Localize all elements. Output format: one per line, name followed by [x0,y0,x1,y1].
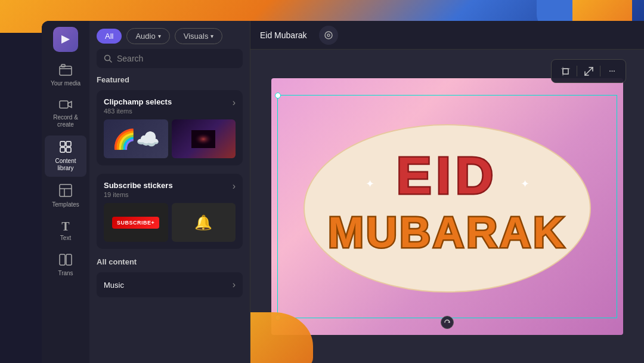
svg-rect-0 [60,66,72,75]
filter-audio-label: Audio [135,32,155,41]
svg-rect-7 [60,184,72,196]
project-title: Eid Mubarak [260,30,307,40]
record-create-icon [59,99,72,112]
music-row[interactable]: Music › [97,272,243,297]
sidebar-item-content-library[interactable]: Content library [45,136,86,177]
svg-rect-9 [66,254,72,265]
all-content-title: All content [97,257,243,266]
search-input[interactable] [117,54,236,63]
filter-all-button[interactable]: All [97,29,122,44]
search-bar [97,49,243,68]
svg-rect-4 [66,141,71,146]
sidebar-item-label: Trans [58,270,73,277]
canvas-area[interactable]: ✦ ✦ EID MUBARAK [250,50,644,363]
toolbar-divider [577,66,577,76]
sidebar-item-label: Templates [52,201,79,208]
sidebar-item-label: Content library [55,158,76,172]
card-title: Clipchamp selects [104,97,172,106]
text-icon: T [61,220,69,232]
sidebar-item-your-media[interactable]: Your media [45,59,86,92]
filter-visuals-label: Visuals [184,32,209,41]
rainbow-emoji: 🌈☁️ [112,128,160,150]
app-logo [53,27,78,52]
svg-point-14 [327,34,330,36]
svg-text:✦: ✦ [521,178,530,190]
transitions-icon [59,254,72,267]
crop-tool[interactable] [556,63,574,79]
card-header: Subscribe stickers 19 items › [104,181,236,198]
thumbnail-bell: 🔔 [172,203,236,242]
sidebar-item-label: Record & create [53,114,78,128]
app-container: Your media Record & create Content l [42,21,644,363]
subscribe-badge: SUBSCRIBE+ [112,217,159,229]
sidebar-item-label: Text [60,235,71,242]
svg-point-13 [325,32,332,39]
card-thumbnails: SUBSCRIBE+ 🔔 [104,203,236,242]
sidebar-item-templates[interactable]: Templates [45,179,86,213]
toolbar-divider [600,66,600,76]
card-subtitle: 19 items [104,191,173,198]
resize-tool[interactable] [580,63,597,79]
card-thumbnails: 🌈☁️ [104,119,236,158]
chevron-down-icon: ▾ [158,33,161,39]
sidebar-item-text[interactable]: T Text [45,216,86,247]
bell-emoji: 🔔 [194,214,212,231]
card-arrow-icon: › [233,97,236,108]
eid-mubarak-svg: ✦ ✦ EID MUBARAK [292,116,602,295]
music-arrow-icon: › [233,279,236,290]
thumbnail-subscribe: SUBSCRIBE+ [104,203,168,242]
sidebar-item-transitions[interactable]: Trans [45,249,86,282]
music-label: Music [104,281,124,290]
svg-point-12 [194,133,212,145]
clipchamp-selects-card[interactable]: Clipchamp selects 483 items › 🌈☁️ [97,90,243,165]
thumbnail-rainbow: 🌈☁️ [104,119,168,158]
eid-canvas[interactable]: ✦ ✦ EID MUBARAK [271,78,623,335]
rotate-handle[interactable] [441,316,454,329]
svg-rect-5 [60,147,65,152]
search-icon [104,54,112,63]
svg-text:EID: EID [397,146,499,205]
templates-icon [59,184,72,199]
svg-rect-20 [563,69,568,74]
svg-text:MUBARAK: MUBARAK [328,208,566,256]
card-header: Clipchamp selects 483 items › [104,97,236,115]
svg-point-10 [105,56,110,61]
filter-bar: All Audio ▾ Visuals ▾ [89,21,250,49]
more-options-tool[interactable]: ··· [603,63,621,79]
card-arrow-icon: › [233,181,236,192]
float-toolbar: ··· [551,59,626,83]
svg-rect-6 [66,147,71,152]
sidebar-item-record-create[interactable]: Record & create [45,94,86,133]
svg-rect-2 [60,101,68,108]
card-info: Subscribe stickers 19 items [104,181,173,198]
handle-top-left[interactable] [275,93,281,99]
your-media-icon [59,64,72,78]
sidebar-item-label: Your media [51,80,80,87]
icon-sidebar: Your media Record & create Content l [42,21,89,363]
card-title: Subscribe stickers [104,181,173,190]
editor-area: Eid Mubarak [250,21,644,363]
svg-rect-3 [60,141,65,146]
panel-content: Featured Clipchamp selects 483 items › 🌈… [89,75,250,363]
svg-text:✦: ✦ [366,178,374,190]
chevron-down-icon: ▾ [210,33,213,39]
svg-rect-1 [61,64,65,67]
content-panel: All Audio ▾ Visuals ▾ Featured [89,21,250,363]
eid-mubarak-sticker: ✦ ✦ EID MUBARAK [292,116,602,297]
svg-rect-8 [60,254,65,265]
featured-section-title: Featured [97,75,243,84]
project-settings-icon[interactable] [319,26,338,45]
subscribe-stickers-card[interactable]: Subscribe stickers 19 items › SUBSCRIBE+… [97,174,243,249]
filter-audio-button[interactable]: Audio ▾ [126,28,169,44]
card-subtitle: 483 items [104,107,172,115]
card-info: Clipchamp selects 483 items [104,97,172,115]
editor-topbar: Eid Mubarak [250,21,644,50]
filter-visuals-button[interactable]: Visuals ▾ [175,28,223,44]
thumbnail-dark [172,119,236,158]
content-library-icon [59,140,72,155]
